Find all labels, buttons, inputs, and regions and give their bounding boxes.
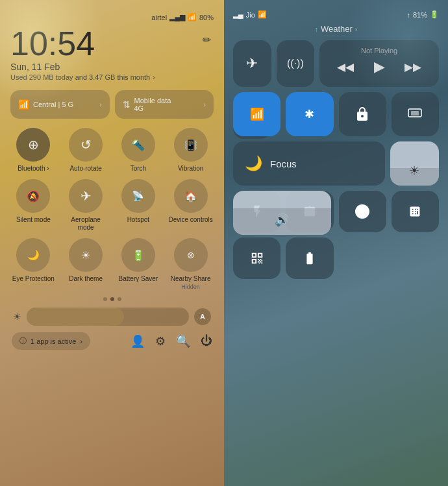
focus-moon-icon: 🌙 <box>245 155 262 172</box>
right-panel: ▂▄ Jio 📶 ↑ 81% 🔋 ↑ Weather › ✈ ((·)) Not… <box>224 0 448 486</box>
battery-widget-btn[interactable] <box>286 237 333 279</box>
fast-forward-btn[interactable]: ▶▶ <box>404 60 421 74</box>
eye-protection-label: Eye Protection <box>12 275 55 283</box>
empty-btn-1 <box>339 237 386 279</box>
hotspot-circle[interactable]: 📡 <box>121 179 155 213</box>
toggle-airplane[interactable]: ✈ Aeroplane mode <box>63 179 109 232</box>
row-3: 🌙 Focus ☀ 🔊 <box>233 141 439 186</box>
device-controls-circle[interactable]: 🏠 <box>174 179 208 213</box>
mobile-data-btn[interactable]: ⇅ Mobile data4G › <box>115 90 214 119</box>
calculator-btn[interactable] <box>392 191 439 232</box>
signal-bars-left: ▂▄▆ <box>169 13 185 21</box>
focus-label: Focus <box>270 158 297 169</box>
wifi-toggle-btn[interactable]: 📶 <box>233 92 280 136</box>
row-2: 📶 ✱ <box>233 92 439 136</box>
dark-theme-circle[interactable]: ☀ <box>69 238 103 272</box>
record-btn[interactable] <box>339 191 386 232</box>
battery-left: 80% <box>199 14 214 21</box>
toggle-device-controls[interactable]: 🏠 Device controls <box>168 179 214 232</box>
carrier-right: Jio <box>246 11 255 19</box>
row-5 <box>233 237 439 279</box>
brightness-slider-right[interactable]: ☀ <box>390 141 439 186</box>
toggle-dark-theme[interactable]: ☀ Dark theme <box>63 238 109 291</box>
settings-icon[interactable]: ⚙ <box>155 334 166 348</box>
data-usage: Used 290 MB today and 3.47 GB this month… <box>10 73 214 81</box>
carrier-left: airtel <box>151 14 167 21</box>
svg-rect-1 <box>411 111 419 115</box>
toggle-battery-saver[interactable]: 🔋 Battery Saver <box>116 238 162 291</box>
nearby-share-circle[interactable]: ⊗ <box>174 238 208 272</box>
screen-mirror-btn[interactable] <box>392 92 439 136</box>
airplane-btn[interactable]: ✈ <box>233 40 271 87</box>
toggle-vibration[interactable]: 📳 Vibration <box>168 128 214 173</box>
brightness-sun-icon: ☀ <box>13 311 21 322</box>
play-btn[interactable]: ▶ <box>374 58 385 75</box>
playback-controls: ◀◀ ▶ ▶▶ <box>327 58 431 75</box>
brightness-row: ☀ A <box>10 308 214 326</box>
search-icon[interactable]: 🔍 <box>176 334 190 348</box>
time-display: 10:54 <box>10 27 214 60</box>
battery-saver-circle[interactable]: 🔋 <box>121 238 155 272</box>
weather-location-icon: ↑ <box>314 25 318 33</box>
vibration-label: Vibration <box>178 165 203 173</box>
user-icon[interactable]: 👤 <box>131 334 145 348</box>
toggle-bluetooth[interactable]: ⊕ Bluetooth › <box>10 128 56 173</box>
battery-right: 81% <box>413 11 427 19</box>
autorotate-circle[interactable]: ↺ <box>69 128 103 162</box>
toggle-nearby-share[interactable]: ⊗ Nearby ShareHidden <box>168 238 214 291</box>
wifi-icon-left: 📶 <box>188 13 197 21</box>
left-panel: airtel ▂▄▆ 📶 80% ✏ 10:54 Sun, 11 Feb Use… <box>0 0 224 486</box>
bluetooth-circle[interactable]: ⊕ <box>16 128 50 162</box>
vibration-circle[interactable]: 📳 <box>174 128 208 162</box>
torch-label: Torch <box>131 165 146 173</box>
edit-icon[interactable]: ✏ <box>203 34 211 46</box>
signal-right: ▂▄ <box>233 10 243 19</box>
toggles-grid: ⊕ Bluetooth › ↺ Auto-rotate 🔦 Torch 📳 Vi… <box>10 128 214 291</box>
weather-label: Weather <box>321 24 353 34</box>
dot-3 <box>118 297 121 301</box>
weather-chevron: › <box>355 25 358 33</box>
status-right: ↑ 81% 🔋 <box>406 10 439 19</box>
autorotate-label: Auto-rotate <box>69 165 101 173</box>
volume-slider[interactable]: 🔊 <box>233 191 331 235</box>
toggle-hotspot[interactable]: 📡 Hotspot <box>116 179 162 232</box>
silent-label: Silent mode <box>16 216 51 224</box>
active-app-chevron: › <box>80 337 82 345</box>
screen-lock-btn[interactable] <box>339 92 386 136</box>
airplane-label: Aeroplane mode <box>63 216 109 232</box>
hotspot-label: Hotspot <box>127 216 149 224</box>
auto-brightness-badge[interactable]: A <box>194 308 211 325</box>
mobile-data-chevron: › <box>204 101 206 108</box>
airplane-circle[interactable]: ✈ <box>69 179 103 213</box>
silent-circle[interactable]: 🔕 <box>16 179 50 213</box>
brightness-slider-icon: ☀ <box>409 164 419 178</box>
active-app-label: 1 app is active <box>31 337 76 345</box>
now-playing-card: Not Playing ◀◀ ▶ ▶▶ <box>319 40 439 87</box>
cellular-btn[interactable]: ((·)) <box>277 40 315 87</box>
device-controls-label: Device controls <box>168 216 212 224</box>
toggle-eye-protection[interactable]: 🌙 Eye Protection <box>10 238 56 291</box>
active-app-pill[interactable]: ⓘ 1 app is active › <box>12 332 90 350</box>
focus-btn[interactable]: 🌙 Focus <box>233 141 385 186</box>
control-grid: ✈ ((·)) Not Playing ◀◀ ▶ ▶▶ 📶 ✱ <box>233 40 439 279</box>
eye-protection-circle[interactable]: 🌙 <box>16 238 50 272</box>
power-icon[interactable]: ⏻ <box>201 334 212 348</box>
brightness-slider[interactable] <box>27 308 189 326</box>
empty-btn-2 <box>392 237 439 279</box>
weather-bar[interactable]: ↑ Weather › <box>233 24 439 34</box>
toggle-torch[interactable]: 🔦 Torch <box>116 128 162 173</box>
brightness-fill <box>27 308 124 326</box>
page-dots <box>10 297 214 301</box>
data-usage-chevron[interactable]: › <box>153 74 155 81</box>
dot-2 <box>110 297 114 301</box>
toggle-silent[interactable]: 🔕 Silent mode <box>10 179 56 232</box>
wifi-network-btn[interactable]: 📶 Central | 5 G › <box>10 90 110 119</box>
torch-circle[interactable]: 🔦 <box>121 128 155 162</box>
toggle-autorotate[interactable]: ↺ Auto-rotate <box>63 128 109 173</box>
bluetooth-toggle-btn[interactable]: ✱ <box>286 92 333 136</box>
wifi-label: Central | 5 G <box>33 101 95 108</box>
qr-scanner-btn[interactable] <box>233 237 280 279</box>
wifi-icon-right: 📶 <box>258 10 267 19</box>
nearby-share-label: Nearby ShareHidden <box>171 275 211 291</box>
rewind-btn[interactable]: ◀◀ <box>337 60 354 74</box>
